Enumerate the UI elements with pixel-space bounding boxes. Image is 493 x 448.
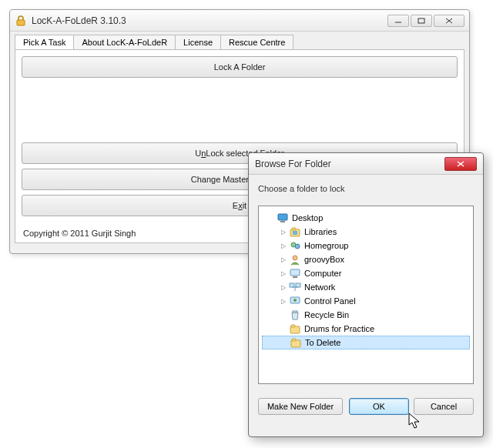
titlebar: LocK-A-FoLdeR 3.10.3 [10,10,469,32]
tab-strip: Pick A Task About LocK-A-FoLdeR License … [15,35,464,49]
libraries-icon [289,226,301,238]
tree-item-label: Libraries [304,227,337,236]
tree-item[interactable]: Recycle Bin [262,308,470,322]
svg-rect-15 [290,269,300,276]
tree-item-label: Recycle Bin [304,310,349,319]
tab-rescue-centre[interactable]: Rescue Centre [220,35,293,49]
dialog-body: Choose a folder to lock Desktop▷Librarie… [249,175,483,393]
tab-about[interactable]: About LocK-A-FoLdeR [73,35,176,49]
svg-rect-18 [296,283,300,287]
svg-rect-0 [17,20,25,25]
tree-item[interactable]: ▷Computer [262,266,470,280]
tree-item-label: To Delete [305,338,340,347]
svg-point-13 [295,244,300,249]
svg-rect-7 [278,214,287,220]
expander-icon[interactable]: ▷ [279,283,287,292]
make-new-folder-button[interactable]: Make New Folder [258,398,343,415]
lock-icon [15,15,27,27]
tree-item[interactable]: ▷Libraries [262,225,470,239]
svg-rect-8 [280,221,285,222]
tab-pick-a-task[interactable]: Pick A Task [15,35,74,49]
window-title: LocK-A-FoLdeR 3.10.3 [32,15,387,26]
svg-point-14 [293,256,297,260]
close-button[interactable] [434,15,464,27]
tree-item-label: Control Panel [304,296,356,306]
svg-rect-10 [292,228,296,230]
tree-item[interactable]: ▷Homegroup [262,239,470,252]
tree-item-label: Homegroup [304,241,348,250]
expander-icon[interactable]: ▷ [279,256,287,264]
controlpanel-icon [289,295,301,307]
svg-rect-27 [292,339,296,341]
expander-icon[interactable]: ▷ [279,242,287,250]
user-icon [289,253,301,266]
tree-item-label: Network [304,283,335,292]
tree-item-label: Computer [304,269,341,278]
cancel-button[interactable]: Cancel [414,398,474,415]
tree-item[interactable]: ▷Control Panel [262,294,470,308]
minimize-button[interactable] [387,15,409,27]
tree-item[interactable]: To Delete [262,336,470,349]
svg-rect-16 [293,276,297,278]
expander-icon [267,214,275,222]
svg-rect-2 [418,18,424,23]
tree-item-label: Drums for Practice [304,324,374,333]
tree-item[interactable]: Drums for Practice [262,322,470,336]
folder-tree[interactable]: Desktop▷Libraries▷Homegroup▷groovyBox▷Co… [258,206,474,384]
dialog-titlebar: Browse For Folder [249,153,483,175]
svg-rect-25 [291,325,295,327]
dialog-title: Browse For Folder [255,159,444,169]
expander-icon[interactable]: ▷ [279,269,287,278]
recycle-icon [289,309,301,321]
folder-icon [290,336,302,349]
tree-item[interactable]: ▷Network [262,280,470,294]
ok-button[interactable]: OK [349,398,409,415]
tree-item-label: Desktop [292,213,323,222]
maximize-button[interactable] [411,15,432,27]
homegroup-icon [289,239,301,252]
expander-icon [279,325,287,333]
dialog-instruction: Choose a folder to lock [258,184,474,193]
computer-icon [289,267,301,279]
tree-item[interactable]: ▷groovyBox [262,252,470,266]
tree-item[interactable]: Desktop [262,211,470,225]
expander-icon [279,311,287,319]
svg-rect-23 [293,311,297,313]
expander-icon [280,339,288,347]
network-icon [289,281,301,293]
expander-icon[interactable]: ▷ [279,228,287,236]
tab-license[interactable]: License [175,35,221,49]
folder-icon [289,323,301,335]
dialog-button-row: Make New Folder OK Cancel [249,393,483,424]
svg-rect-17 [290,283,294,287]
browse-folder-dialog: Browse For Folder Choose a folder to loc… [248,152,484,437]
desktop-icon [277,212,289,224]
copyright-text: Copyright © 2011 Gurjit Singh [23,229,136,238]
svg-rect-11 [293,231,297,235]
window-controls [387,15,464,27]
tree-item-label: groovyBox [304,255,344,264]
svg-point-22 [293,299,297,302]
dialog-close-button[interactable] [444,157,477,171]
expander-icon[interactable]: ▷ [279,297,287,306]
lock-folder-button[interactable]: Lock A Folder [22,56,458,78]
